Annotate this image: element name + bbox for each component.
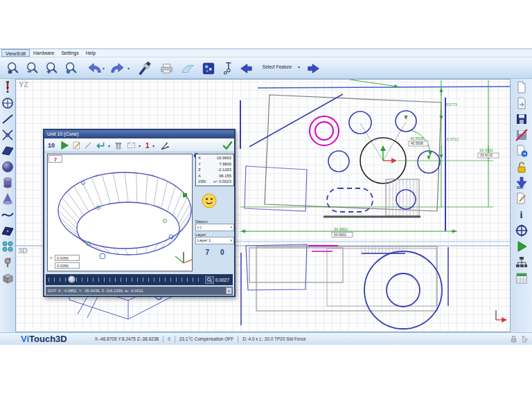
accept-check-icon[interactable] [222, 140, 233, 151]
svg-text:8.5773: 8.5773 [445, 102, 457, 107]
datum-select[interactable]: (-)▾ [195, 224, 234, 231]
brush-icon[interactable] [136, 60, 154, 78]
sphere-group-icon[interactable] [1, 240, 15, 253]
redo-icon[interactable] [108, 60, 126, 78]
delete-icon[interactable] [114, 140, 123, 151]
next-feature-icon[interactable] [305, 60, 323, 78]
save-as-disabled-icon[interactable] [515, 128, 529, 142]
circle-feature-icon[interactable] [1, 96, 15, 110]
status-dropdown[interactable]: ▾ [226, 287, 232, 294]
svg-text:40.5936: 40.5936 [411, 141, 423, 145]
unit-number: 10 [48, 140, 55, 151]
svg-text:i: i [520, 210, 522, 220]
send-caret[interactable]: ▾ [139, 143, 141, 148]
open-file-icon[interactable] [515, 96, 529, 110]
undo-icon[interactable] [86, 60, 104, 78]
surface-feature-icon[interactable] [1, 224, 15, 237]
select-feature-label[interactable]: Select Feature [259, 64, 295, 69]
point-count: 7 [205, 249, 209, 256]
save-icon[interactable] [515, 112, 529, 126]
file-toolbar: DXF i [511, 79, 532, 332]
menu-help[interactable]: Help [82, 49, 99, 57]
dialog-side-panel: X-15.9663 Y7.9826 Z-2.1263 A96.155 2SD+/… [195, 154, 234, 256]
note-icon[interactable] [72, 140, 82, 151]
app-logo: ViTouch3D [21, 334, 67, 344]
vector-measure-icon[interactable] [159, 140, 171, 151]
cone-feature-icon[interactable] [1, 192, 15, 206]
cone-wireframe [48, 154, 192, 271]
dxf-export-icon[interactable]: DXF [515, 176, 529, 190]
menu-bar: View/Edit Hardware Settings Help [0, 49, 532, 57]
point-feature-icon[interactable] [1, 128, 15, 142]
undo-dropdown-caret[interactable]: ▾ [103, 66, 105, 71]
slider-thumb[interactable] [68, 276, 76, 283]
cylinder-feature-icon[interactable] [1, 176, 15, 190]
repeat-caret[interactable]: ▾ [152, 143, 154, 148]
status-counter: 0 [168, 336, 170, 341]
edit-report-icon[interactable] [515, 192, 529, 206]
zoom-window-icon[interactable] [4, 60, 22, 78]
hierarchy-icon[interactable] [515, 255, 529, 269]
deviation-minus: 0.0056 [55, 262, 80, 269]
main-toolbar: ▾ ▾ Select Feature ▾ [0, 57, 532, 79]
svg-text:33.9132: 33.9132 [479, 148, 493, 152]
printer-icon[interactable] [158, 60, 176, 78]
unit-dialog[interactable]: Unit 10 (Cone) 10 ▾ ▾ 1 ▾ [43, 129, 236, 297]
menu-hardware[interactable]: Hardware [30, 49, 57, 57]
repeat-count: 1 [145, 140, 150, 151]
run-program-icon[interactable] [515, 240, 529, 253]
menu-view-edit[interactable]: View/Edit [1, 49, 30, 57]
layer-select[interactable]: Layer 1▾ [195, 237, 234, 244]
deviation-slider[interactable]: 0.0027 [46, 274, 233, 285]
svg-text:10.3712: 10.3712 [445, 137, 459, 141]
spreadsheet-report-icon[interactable] [515, 271, 529, 285]
undo-point-icon[interactable] [94, 140, 105, 151]
error-count: 0 [220, 249, 224, 256]
disabled-tool-icon [83, 140, 93, 151]
probe-build-icon[interactable] [1, 255, 15, 269]
info-icon[interactable]: i [515, 208, 529, 222]
surface-icon[interactable] [179, 60, 197, 78]
machine-coordinates: X:-46.8705 Y:8.2475 Z:-38.6238 [95, 336, 159, 341]
dialog-status-line: DOT: X: -4.0852, Y: -35.9439, Z: 116.215… [46, 287, 233, 295]
minus-sign: - [50, 263, 51, 267]
prev-feature-icon[interactable] [237, 60, 255, 78]
plus-sign: + [50, 255, 53, 260]
temperature-compensation: 23.1°C Compensation OFF [179, 336, 233, 341]
lock-icon[interactable] [515, 160, 529, 174]
zoom-in-icon[interactable] [43, 60, 61, 78]
slider-track[interactable] [48, 278, 202, 282]
status-lock-icon[interactable] [509, 334, 518, 343]
dialog-play-icon[interactable] [60, 140, 69, 151]
scale-value: 0.0027 [215, 278, 229, 282]
redo-dropdown-caret[interactable]: ▾ [127, 66, 130, 71]
cone-preview-view[interactable]: 7 + 0.0056 - 0.0056 [47, 154, 193, 271]
solid-block-icon[interactable] [1, 271, 15, 285]
target-icon[interactable] [515, 224, 529, 237]
new-file-icon[interactable] [515, 80, 529, 94]
undo-point-caret[interactable]: ▾ [108, 143, 110, 148]
probe-tool-icon[interactable] [1, 80, 15, 94]
dialog-toolbar: 10 ▾ ▾ 1 ▾ [44, 138, 234, 152]
zoom-out-icon[interactable] [24, 60, 42, 78]
menu-settings[interactable]: Settings [57, 49, 82, 57]
curve-feature-icon[interactable] [1, 208, 15, 222]
app-window: View/Edit Hardware Settings Help ▾ ▾ [0, 48, 532, 344]
plane-feature-icon[interactable] [1, 144, 15, 158]
sphere-feature-icon[interactable] [1, 160, 15, 174]
send-icon[interactable] [126, 140, 136, 151]
zoom-all-icon[interactable] [62, 60, 80, 78]
probe-icon[interactable] [219, 60, 237, 78]
svg-text:54.9902: 54.9902 [334, 233, 346, 237]
svg-text:33.9132: 33.9132 [480, 153, 493, 157]
scale-magnifier-icon[interactable] [205, 276, 214, 284]
geometry-toolbar [0, 79, 15, 332]
line-feature-icon[interactable] [1, 112, 15, 126]
dialog-title[interactable]: Unit 10 (Cone) [44, 130, 234, 138]
deviation-plus: 0.0056 [55, 255, 80, 261]
export-file-icon[interactable] [515, 144, 529, 158]
report-app-icon[interactable] [200, 60, 218, 78]
select-feature-caret[interactable]: ▾ [298, 64, 300, 69]
status-bar: ViTouch3D X:-46.8705 Y:8.2475 Z:-38.6238… [0, 332, 532, 345]
status-pointer-icon[interactable] [520, 334, 529, 343]
